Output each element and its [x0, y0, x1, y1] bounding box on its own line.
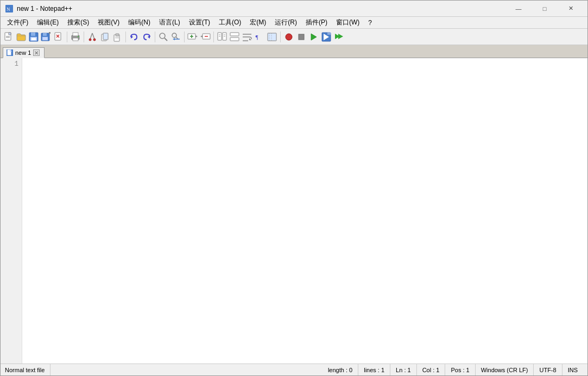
- toolbar: ¶: [1, 29, 587, 45]
- menu-bar: 文件(F) 编辑(E) 搜索(S) 视图(V) 编码(N) 语言(L) 设置(T…: [1, 17, 587, 29]
- svg-marker-30: [131, 35, 133, 39]
- menu-window[interactable]: 窗口(W): [332, 17, 364, 29]
- separator-4: [155, 32, 155, 42]
- new-button[interactable]: [3, 31, 15, 43]
- print-button[interactable]: [69, 31, 81, 43]
- svg-rect-49: [230, 33, 239, 36]
- menu-help[interactable]: ?: [364, 17, 376, 29]
- menu-language[interactable]: 语言(L): [155, 17, 185, 29]
- separator-6: [213, 32, 214, 42]
- redo-button[interactable]: [141, 31, 153, 43]
- svg-point-19: [78, 36, 79, 37]
- menu-edit[interactable]: 编辑(E): [33, 17, 63, 29]
- svg-point-59: [286, 34, 292, 40]
- indent-guide-button[interactable]: [266, 31, 278, 43]
- svg-rect-12: [49, 32, 50, 34]
- editor-textarea[interactable]: [22, 58, 587, 364]
- find-replace-button[interactable]: [170, 31, 182, 43]
- svg-line-33: [165, 38, 167, 41]
- svg-rect-25: [103, 33, 108, 40]
- svg-rect-50: [230, 37, 239, 41]
- menu-macro[interactable]: 宏(M): [245, 17, 270, 29]
- all-chars-button[interactable]: ¶: [254, 31, 265, 43]
- status-line-ending: Windows (CR LF): [476, 364, 534, 376]
- status-encoding: UTF-8: [534, 364, 562, 376]
- menu-view[interactable]: 视图(V): [93, 17, 124, 29]
- macro-play-button[interactable]: [308, 31, 320, 43]
- app-icon: N: [5, 4, 14, 13]
- macro-save-button[interactable]: [320, 31, 332, 43]
- menu-settings[interactable]: 设置(T): [185, 17, 214, 29]
- separator-5: [184, 32, 185, 42]
- svg-marker-66: [338, 34, 343, 39]
- line-numbers: 1: [1, 58, 22, 364]
- separator-3: [125, 32, 126, 42]
- macro-record-button[interactable]: [283, 31, 295, 43]
- tab-new1[interactable]: new 1 ✕: [3, 47, 45, 58]
- status-col: Col : 1: [417, 364, 446, 376]
- close-doc-button[interactable]: [53, 31, 65, 43]
- open-button[interactable]: [15, 31, 27, 43]
- svg-point-22: [89, 39, 91, 41]
- window-title: new 1 - Notepad++: [17, 5, 506, 12]
- svg-line-20: [90, 33, 92, 39]
- maximize-button[interactable]: □: [532, 1, 557, 17]
- copy-button[interactable]: [99, 31, 111, 43]
- svg-marker-39: [195, 35, 198, 37]
- menu-encoding[interactable]: 编码(N): [124, 17, 155, 29]
- word-wrap-button[interactable]: [241, 31, 253, 43]
- find-button[interactable]: [157, 31, 169, 43]
- macro-play-times-button[interactable]: [333, 31, 345, 43]
- menu-tools[interactable]: 工具(O): [214, 17, 245, 29]
- tab-close-button[interactable]: ✕: [33, 49, 40, 56]
- status-lines: lines : 1: [358, 364, 390, 376]
- separator-7: [280, 32, 281, 42]
- minimize-button[interactable]: —: [506, 1, 531, 17]
- close-window-button[interactable]: ✕: [558, 1, 583, 17]
- tab-bar: new 1 ✕: [1, 45, 587, 58]
- svg-rect-67: [7, 49, 11, 55]
- tab-file-icon: [7, 49, 13, 56]
- svg-marker-61: [311, 34, 317, 40]
- status-length: length : 0: [323, 364, 358, 376]
- svg-marker-42: [200, 35, 203, 37]
- save-all-button[interactable]: [40, 31, 52, 43]
- status-ln: Ln : 1: [390, 364, 417, 376]
- zoom-out-button[interactable]: [199, 31, 211, 43]
- status-pos: Pos : 1: [445, 364, 475, 376]
- svg-line-21: [92, 33, 94, 39]
- separator-2: [84, 32, 84, 42]
- cut-button[interactable]: [86, 31, 98, 43]
- title-bar: N new 1 - Notepad++ — □ ✕: [1, 1, 587, 17]
- separator-1: [67, 32, 67, 42]
- svg-rect-17: [73, 33, 78, 36]
- menu-plugins[interactable]: 插件(P): [301, 17, 332, 29]
- window-controls: — □ ✕: [506, 1, 583, 17]
- svg-rect-56: [268, 33, 276, 41]
- svg-rect-10: [43, 33, 47, 36]
- macro-stop-button[interactable]: [295, 31, 307, 43]
- menu-search[interactable]: 搜索(S): [63, 17, 93, 29]
- paste-button[interactable]: [111, 31, 123, 43]
- menu-file[interactable]: 文件(F): [3, 17, 33, 29]
- zoom-in-button[interactable]: [187, 31, 199, 43]
- svg-text:¶: ¶: [255, 34, 258, 40]
- svg-text:N: N: [7, 7, 10, 12]
- svg-rect-6: [31, 33, 35, 36]
- tab-label: new 1: [15, 49, 31, 56]
- menu-run[interactable]: 运行(R): [270, 17, 301, 29]
- svg-rect-11: [42, 37, 48, 40]
- svg-point-23: [93, 39, 96, 41]
- sync-scroll-v-button[interactable]: [216, 31, 228, 43]
- svg-point-32: [160, 33, 165, 39]
- svg-rect-27: [116, 34, 119, 36]
- status-file-type: Normal text file: [5, 364, 50, 376]
- sync-scroll-h-button[interactable]: [229, 31, 241, 43]
- save-button[interactable]: [28, 31, 40, 43]
- svg-marker-31: [148, 35, 150, 39]
- svg-rect-60: [299, 34, 304, 40]
- svg-rect-8: [31, 38, 36, 40]
- undo-button[interactable]: [128, 31, 140, 43]
- svg-point-34: [172, 33, 176, 37]
- svg-rect-64: [327, 33, 331, 35]
